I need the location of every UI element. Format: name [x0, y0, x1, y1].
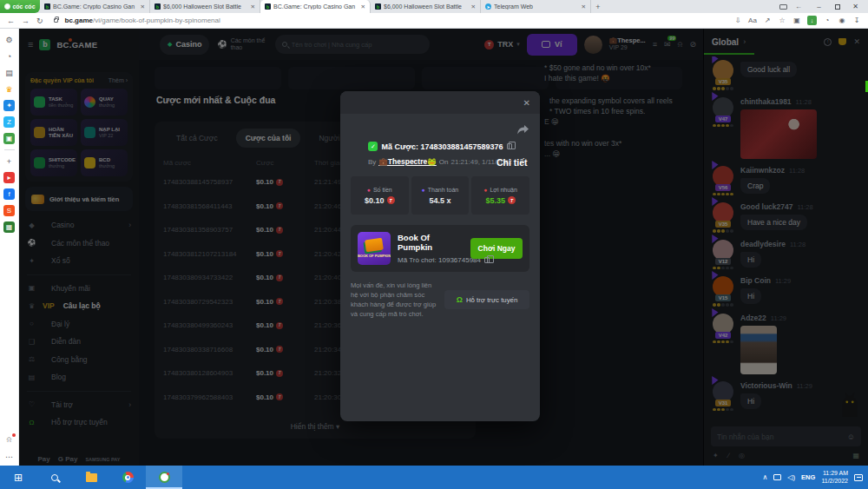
messenger-icon[interactable]: ✦ — [3, 100, 15, 111]
downloads-icon[interactable]: ↧ — [852, 17, 861, 24]
restore-session-icon[interactable]: ← — [795, 3, 802, 10]
stat-label: Lợi nhuận — [490, 187, 516, 193]
url-path: /vi/game/book-of-pumpkin-by-spinomenal — [93, 17, 220, 24]
modal-title: Chi tiết — [496, 157, 528, 168]
verified-check-icon: ✓ — [368, 142, 378, 151]
coccoc-brand-label: cốc cốc — [12, 3, 35, 10]
browser-toolbar-icons: ⇩Aa↗☆▣↓◔◉↧ — [733, 16, 861, 25]
action-center-icon[interactable] — [854, 474, 863, 481]
bettor-username-link[interactable]: 💼Thespectre🐸 — [378, 157, 437, 166]
cast-icon[interactable] — [779, 4, 787, 10]
more-icon[interactable]: ⋯ — [3, 451, 15, 462]
zalo-icon[interactable]: Z — [3, 116, 15, 128]
bet-stat-box: ●Lợi nhuận $5.35T — [471, 176, 529, 215]
history-icon[interactable]: ◔ — [3, 50, 15, 62]
tab-favicon: b — [155, 3, 161, 10]
tab-close-icon[interactable]: ✕ — [582, 3, 586, 10]
newsfeed-icon[interactable]: ▤ — [3, 67, 15, 78]
folder-icon — [86, 473, 97, 482]
browser-tab[interactable]: ➤ Telegram Web ✕ — [481, 0, 591, 13]
tab-favicon: b — [375, 3, 381, 10]
taskbar-clock[interactable]: 11:29 AM 11/2/2022 — [821, 470, 848, 486]
by-label: By — [368, 158, 376, 166]
new-tab-button[interactable]: + — [591, 0, 605, 13]
stat-value: 54.5 x — [429, 196, 450, 205]
tab-close-icon[interactable]: ✕ — [471, 3, 476, 10]
stat-value: $0.10T — [365, 196, 395, 205]
tab-favicon: ➤ — [485, 3, 491, 10]
start-button[interactable]: ⊞ — [0, 466, 36, 489]
window-minimize-button[interactable]: – — [810, 0, 828, 13]
tab-title: BC.Game: Crypto Casino Gan — [273, 3, 358, 10]
input-language[interactable]: ENG — [801, 473, 815, 481]
bet-stats-row: ●Số tiền $0.10T ●Thanh toán 54.5 x ●Lợi … — [351, 176, 529, 215]
stat-label: Thanh toán — [428, 187, 458, 193]
address-bar: ← → ↻ bc.game/vi/game/book-of-pumpkin-by… — [0, 13, 868, 29]
browser-tab-bar: cốc cốc b BC.Game: Crypto Casino Gan ✕ b… — [0, 0, 868, 13]
facebook-icon[interactable]: f — [3, 188, 15, 200]
tab-close-icon[interactable]: ✕ — [141, 3, 145, 10]
tab-close-icon[interactable]: ✕ — [361, 3, 365, 10]
add-shortcut-icon[interactable]: + — [3, 155, 15, 167]
profit-icon: ● — [483, 187, 487, 193]
share-icon[interactable]: ↗ — [763, 17, 772, 24]
extensions-icon[interactable]: ◔ — [823, 17, 832, 24]
browser-tab[interactable]: b $6,000 Halloween Slot Battle ✕ — [371, 0, 481, 13]
webpage: ≡ b BC.GAME Đặc quyền VIP của tôi Thêm ›… — [0, 29, 868, 466]
windows-taskbar: ⊞ ∧ ◁) ENG 11:29 AM 11/2/2022 — [0, 466, 868, 489]
browser-tab[interactable]: b BC.Game: Crypto Casino Gan ✕ — [40, 0, 150, 13]
window-close-button[interactable]: ✕ — [846, 0, 865, 13]
rail-divider — [4, 149, 15, 150]
file-explorer-button[interactable] — [73, 466, 109, 489]
copy-game-id-icon[interactable] — [484, 257, 490, 263]
game-thumbnail[interactable]: BOOK OF PUMPKIN — [358, 232, 391, 265]
coccoc-taskbar-button[interactable] — [146, 466, 182, 489]
tab-list: b BC.Game: Crypto Casino Gan ✕ b $6,000 … — [40, 0, 591, 13]
tab-favicon: b — [265, 3, 271, 10]
reload-button[interactable]: ↻ — [36, 17, 43, 25]
adblock-shield-icon[interactable]: ▣ — [792, 17, 801, 24]
settings-icon[interactable]: ⚙ — [3, 34, 15, 45]
coccoc-menu-button[interactable]: cốc cốc — [0, 0, 40, 13]
bet-stat-box: ●Thanh toán 54.5 x — [411, 176, 470, 215]
ssl-lock-icon[interactable] — [54, 18, 58, 23]
translate-icon[interactable]: Aa — [748, 17, 757, 24]
bet-details-modal: Chi tiết ✕ ✓ Mã Cược: 174830388145758937… — [340, 91, 540, 421]
save-page-icon[interactable]: ⇩ — [733, 17, 742, 24]
window-maximize-button[interactable] — [828, 0, 846, 13]
browser-tab[interactable]: b $6,000 Halloween Slot Battle ✕ — [150, 0, 260, 13]
tab-favicon: b — [44, 3, 50, 10]
bet-id-text: Mã Cược: 1748303881457589376 — [381, 142, 503, 151]
coccoc-logo-icon — [4, 3, 10, 10]
tab-close-icon[interactable]: ✕ — [251, 3, 255, 10]
games-icon[interactable]: ▣ — [3, 133, 15, 144]
stat-label: Số tiền — [373, 187, 392, 193]
play-now-button[interactable]: Chơi Ngay — [470, 238, 523, 259]
url-text[interactable]: bc.game/vi/game/book-of-pumpkin-by-spino… — [65, 17, 220, 24]
game-name: Book Of Pumpkin — [398, 233, 464, 252]
online-support-label: Hỗ trợ trực tuyến — [466, 296, 517, 304]
back-button[interactable]: ← — [7, 17, 15, 25]
notifications-bell-icon[interactable]: ⍾ — [3, 434, 15, 446]
store-icon[interactable]: ▦ — [3, 221, 15, 233]
youtube-icon[interactable]: ▸ — [3, 172, 15, 183]
online-support-button[interactable]: Ω Hỗ trợ trực tuyến — [444, 290, 529, 309]
rewards-crown-icon[interactable]: ♛ — [3, 83, 15, 95]
windows-logo-icon: ⊞ — [14, 472, 23, 484]
trx-coin-icon: T — [387, 196, 395, 204]
taskbar-search-button[interactable] — [36, 466, 73, 489]
share-bet-icon[interactable] — [516, 124, 529, 135]
tab-title: Telegram Web — [494, 3, 579, 10]
tray-expand-icon[interactable]: ∧ — [762, 473, 767, 481]
volume-icon[interactable]: ◁) — [787, 473, 795, 481]
modal-close-button[interactable]: ✕ — [523, 98, 530, 108]
profile-icon[interactable]: ◉ — [838, 17, 846, 24]
chrome-button[interactable] — [109, 466, 146, 489]
network-icon[interactable] — [773, 474, 781, 480]
bookmark-star-icon[interactable]: ☆ — [778, 17, 786, 24]
copy-bet-id-icon[interactable] — [507, 143, 512, 149]
coccoc-download-icon[interactable]: ↓ — [807, 16, 817, 25]
shopee-icon[interactable]: S — [3, 205, 15, 216]
browser-tab[interactable]: b BC.Game: Crypto Casino Gan ✕ — [260, 0, 371, 13]
forward-button[interactable]: → — [22, 17, 30, 25]
